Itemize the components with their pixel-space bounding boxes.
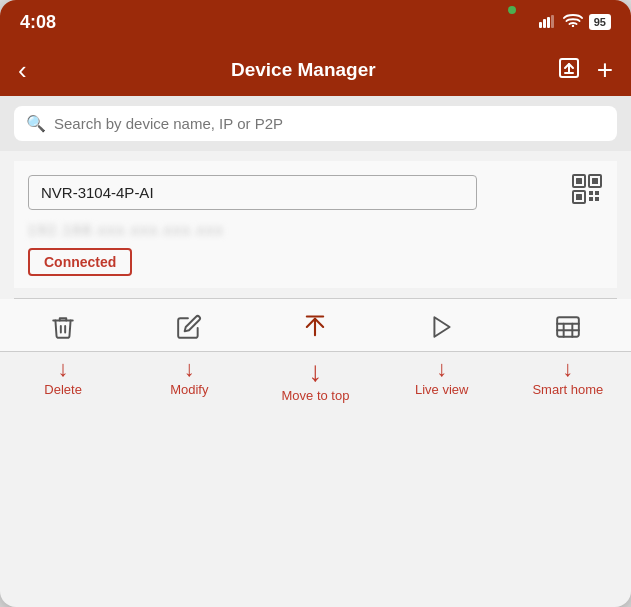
device-name-row: NVR-3104-4P-AI bbox=[28, 173, 603, 212]
page-title: Device Manager bbox=[231, 59, 376, 81]
signal-icon bbox=[539, 14, 557, 31]
svg-rect-12 bbox=[589, 191, 593, 195]
smart-home-label: Smart home bbox=[532, 382, 603, 397]
network-dot bbox=[508, 6, 516, 14]
add-icon[interactable]: + bbox=[597, 56, 613, 84]
status-time: 4:08 bbox=[20, 12, 56, 33]
modify-button[interactable] bbox=[176, 314, 202, 340]
live-view-label-item: ↓ Live view bbox=[379, 358, 505, 397]
modify-arrow: ↓ bbox=[184, 358, 195, 380]
svg-rect-9 bbox=[592, 178, 598, 184]
back-button[interactable]: ‹ bbox=[18, 55, 50, 86]
svg-rect-3 bbox=[551, 15, 554, 28]
device-card: NVR-3104-4P-AI 192.168.xxx.xxx.xxx.xxx C… bbox=[14, 161, 617, 288]
smart-home-button[interactable] bbox=[555, 314, 581, 340]
modify-label: Modify bbox=[170, 382, 208, 397]
export-icon[interactable] bbox=[557, 56, 581, 85]
search-input[interactable] bbox=[54, 115, 605, 132]
svg-rect-11 bbox=[576, 194, 582, 200]
status-bar: 4:08 95 bbox=[0, 0, 631, 44]
smart-home-label-item: ↓ Smart home bbox=[505, 358, 631, 397]
svg-rect-7 bbox=[576, 178, 582, 184]
move-to-top-arrow: ↓ bbox=[308, 358, 322, 386]
svg-rect-2 bbox=[547, 17, 550, 28]
nav-actions: + bbox=[557, 56, 613, 85]
delete-label: Delete bbox=[44, 382, 82, 397]
svg-rect-1 bbox=[543, 19, 546, 28]
svg-rect-14 bbox=[589, 197, 593, 201]
labels-row: ↓ Delete ↓ Modify ↓ Move to top ↓ Live v… bbox=[0, 352, 631, 403]
phone-frame: 4:08 95 ‹ Devi bbox=[0, 0, 631, 607]
device-name: NVR-3104-4P-AI bbox=[28, 175, 477, 210]
qr-icon[interactable] bbox=[571, 173, 603, 212]
delete-label-item: ↓ Delete bbox=[0, 358, 126, 397]
live-view-button[interactable] bbox=[429, 314, 455, 340]
live-view-arrow: ↓ bbox=[436, 358, 447, 380]
search-icon: 🔍 bbox=[26, 114, 46, 133]
search-input-wrap[interactable]: 🔍 bbox=[14, 106, 617, 141]
battery-badge: 95 bbox=[589, 14, 611, 30]
svg-rect-13 bbox=[595, 191, 599, 195]
smart-home-arrow: ↓ bbox=[562, 358, 573, 380]
move-to-top-label-item: ↓ Move to top bbox=[252, 358, 378, 403]
live-view-label: Live view bbox=[415, 382, 468, 397]
svg-rect-15 bbox=[595, 197, 599, 201]
search-bar: 🔍 bbox=[0, 96, 631, 151]
svg-point-4 bbox=[572, 25, 574, 27]
status-icons: 95 bbox=[539, 13, 611, 31]
svg-marker-18 bbox=[435, 317, 450, 337]
delete-arrow: ↓ bbox=[58, 358, 69, 380]
svg-rect-0 bbox=[539, 22, 542, 28]
toolbar bbox=[0, 299, 631, 352]
move-to-top-button[interactable] bbox=[301, 313, 329, 341]
device-ip: 192.168.xxx.xxx.xxx.xxx bbox=[28, 222, 603, 238]
wifi-icon bbox=[563, 13, 583, 31]
move-to-top-label: Move to top bbox=[282, 388, 350, 403]
modify-label-item: ↓ Modify bbox=[126, 358, 252, 397]
delete-button[interactable] bbox=[50, 314, 76, 340]
nav-bar: ‹ Device Manager + bbox=[0, 44, 631, 96]
connected-badge: Connected bbox=[28, 248, 132, 276]
svg-rect-19 bbox=[557, 317, 579, 337]
